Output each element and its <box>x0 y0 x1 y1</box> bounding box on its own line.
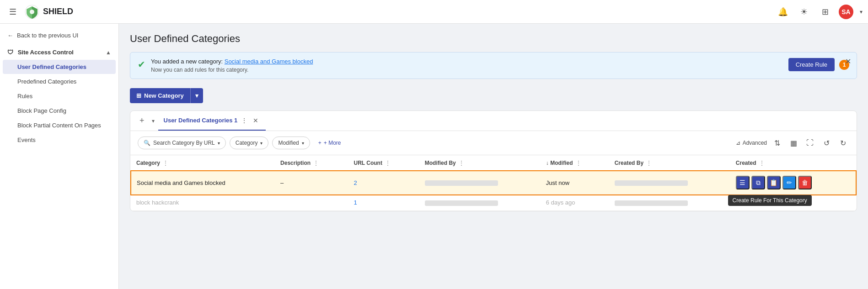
action-delete-icon[interactable]: 🗑 <box>798 176 812 189</box>
sidebar-item-user-defined[interactable]: User Defined Categories <box>3 60 116 74</box>
col-created-by-label: Created By <box>615 160 643 166</box>
back-button[interactable]: ← Back to the previous UI <box>0 28 118 42</box>
page-title: User Defined Categories <box>130 33 857 45</box>
col-created-menu[interactable]: ⋮ <box>758 160 766 166</box>
sidebar-item-label: Events <box>17 137 36 143</box>
more-filters-button[interactable]: + + More <box>314 137 346 149</box>
cell-modified-by <box>419 194 541 211</box>
description-value: – <box>280 179 284 186</box>
search-dropdown-icon: ▾ <box>218 141 220 146</box>
avatar[interactable]: SA <box>839 5 853 19</box>
created-by-redacted <box>615 180 688 186</box>
sidebar-item-label: Block Partial Content On Pages <box>17 122 101 129</box>
table-scroll-container: Category ⋮ Description ⋮ URL Count ⋮ <box>130 155 857 211</box>
banner-title: You added a new category: Social media a… <box>151 58 783 65</box>
action-edit-icon[interactable]: ✏ <box>782 176 796 189</box>
col-modified: ↓ Modified ⋮ <box>541 155 609 171</box>
new-category-button[interactable]: ⊞ New Category ▾ <box>130 88 203 103</box>
modified-filter-button[interactable]: Modified ▾ <box>272 137 310 149</box>
search-category-button[interactable]: 🔍 Search Category By URL ▾ <box>138 137 226 149</box>
section-collapse-icon[interactable]: ▲ <box>106 49 111 56</box>
grid-view-button[interactable]: ▦ <box>787 137 800 149</box>
grid-icon: ⊞ <box>136 92 141 99</box>
sort-icon-button[interactable]: ⇅ <box>771 137 783 149</box>
banner-close-button[interactable]: ✕ <box>845 57 851 66</box>
col-created-by-menu[interactable]: ⋮ <box>645 160 653 166</box>
col-description-menu[interactable]: ⋮ <box>312 160 320 166</box>
funnel-icon: ⊿ <box>736 140 740 146</box>
sidebar-item-label: User Defined Categories <box>17 63 86 70</box>
tab-menu-button[interactable]: ⋮ <box>239 116 249 125</box>
main-content: User Defined Categories ✔ You added a ne… <box>119 24 868 289</box>
cell-category: block hackcrank <box>131 194 275 211</box>
col-modified-by-menu[interactable]: ⋮ <box>457 160 466 166</box>
new-category-dropdown-arrow[interactable]: ▾ <box>190 88 203 103</box>
back-icon: ← <box>7 32 13 39</box>
sidebar-section-label: Site Access Control <box>18 49 74 56</box>
category-label: Category <box>236 140 258 146</box>
tab-dropdown-button[interactable]: ▾ <box>150 116 156 126</box>
grid-icon[interactable]: ⊞ <box>818 5 832 19</box>
col-created: Created ⋮ <box>730 155 856 171</box>
advanced-filter-button[interactable]: ⊿ Advanced <box>736 140 767 146</box>
tab-close-button[interactable]: ✕ <box>251 116 260 125</box>
search-label: Search Category By URL <box>153 140 215 146</box>
sidebar-section-header[interactable]: 🛡 Site Access Control ▲ <box>0 45 118 59</box>
banner-category-link[interactable]: Social media and Games blocked <box>225 58 313 65</box>
cell-url-count: 2 <box>348 171 419 194</box>
banner-create-rule-button[interactable]: Create Rule <box>788 58 835 71</box>
cell-modified-by <box>419 171 541 194</box>
action-list-icon[interactable]: ☰ <box>736 176 750 189</box>
banner-actions: Create Rule 1 <box>788 58 849 71</box>
back-label: Back to the previous UI <box>17 32 78 39</box>
sidebar-item-block-partial[interactable]: Block Partial Content On Pages <box>3 118 116 132</box>
url-count-link[interactable]: 2 <box>354 179 357 186</box>
col-created-label: Created <box>736 160 756 166</box>
refresh-button[interactable]: ↻ <box>836 137 849 149</box>
new-category-main[interactable]: ⊞ New Category <box>130 88 190 103</box>
col-url-count-menu[interactable]: ⋮ <box>384 160 392 166</box>
menu-icon[interactable]: ☰ <box>5 5 20 19</box>
action-duplicate-icon[interactable]: ⧉ <box>751 176 765 189</box>
tooltip-wrapper: 🗑 Create Rule For This Category <box>798 176 812 189</box>
col-modified-label: Modified <box>550 160 573 166</box>
col-modified-menu[interactable]: ⋮ <box>574 160 583 166</box>
category-value: block hackcrank <box>136 199 179 206</box>
brightness-icon[interactable]: ☀ <box>797 5 811 19</box>
filter-bar-right: ⊿ Advanced ⇅ ▦ ⛶ ↺ ↻ <box>736 137 849 149</box>
category-dropdown-icon: ▾ <box>260 141 263 146</box>
avatar-chevron-icon[interactable]: ▾ <box>860 9 863 15</box>
cell-description <box>275 194 348 211</box>
modified-value: 6 days ago <box>546 199 575 206</box>
table-body: Social media and Games blocked – 2 <box>131 171 856 211</box>
category-filter-button[interactable]: Category ▾ <box>230 137 269 149</box>
col-url-count-label: URL Count <box>354 160 382 166</box>
sort-arrow-icon: ↓ <box>546 160 549 166</box>
sidebar-item-rules[interactable]: Rules <box>3 89 116 103</box>
tab-label: User Defined Categories 1 <box>164 117 238 124</box>
sidebar-item-block-page[interactable]: Block Page Config <box>3 104 116 118</box>
app-logo: SHIELD <box>25 5 73 19</box>
cell-created: ☰ ⧉ 📋 ✏ 🗑 Create Rule For This Category <box>730 171 856 194</box>
sidebar-section: 🛡 Site Access Control ▲ User Defined Cat… <box>0 42 118 150</box>
advanced-label: Advanced <box>743 140 767 146</box>
col-description: Description ⋮ <box>275 155 348 171</box>
col-modified-by-label: Modified By <box>425 160 456 166</box>
action-rule-icon[interactable]: 📋 <box>767 176 781 189</box>
col-category-menu[interactable]: ⋮ <box>161 160 170 166</box>
sidebar-item-events[interactable]: Events <box>3 133 116 147</box>
col-url-count: URL Count ⋮ <box>348 155 419 171</box>
modified-by-redacted <box>425 200 498 206</box>
cell-created-by <box>609 194 730 211</box>
modified-by-redacted <box>425 180 498 186</box>
header-row: Category ⋮ Description ⋮ URL Count ⋮ <box>131 155 856 171</box>
sidebar-item-predefined[interactable]: Predefined Categories <box>3 74 116 89</box>
expand-button[interactable]: ⛶ <box>804 137 816 149</box>
undo-button[interactable]: ↺ <box>820 137 833 149</box>
tab-user-defined[interactable]: User Defined Categories 1 ⋮ ✕ <box>158 111 266 131</box>
topbar-left: ☰ SHIELD <box>5 5 73 19</box>
notification-icon[interactable]: 🔔 <box>776 5 790 19</box>
cell-description: – <box>275 171 348 194</box>
url-count-link[interactable]: 1 <box>354 199 357 206</box>
add-tab-button[interactable]: + <box>136 114 148 127</box>
